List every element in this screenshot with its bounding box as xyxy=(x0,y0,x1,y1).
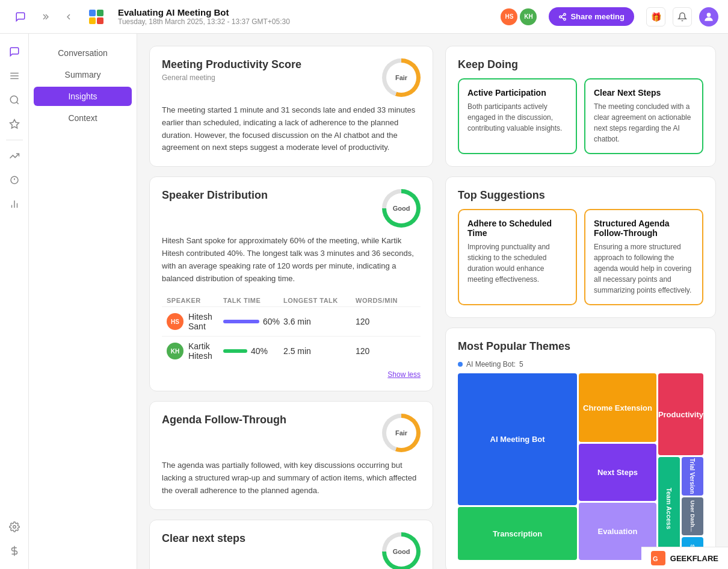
hs-wpm: 120 xyxy=(356,317,416,326)
clear-steps-score-circle: Good xyxy=(382,532,421,569)
treemap-trial[interactable]: Trial Version xyxy=(682,457,703,495)
treemap-productivity[interactable]: Productivity xyxy=(658,373,703,455)
nav-insights[interactable]: Insights xyxy=(34,87,132,106)
agenda-header: Agenda Follow-Through Fair xyxy=(162,414,421,452)
svg-rect-2 xyxy=(97,10,103,16)
productivity-title: Meeting Productivity Score xyxy=(162,58,301,71)
sidebar-icon-dot[interactable] xyxy=(4,169,25,191)
nav-conversation[interactable]: Conversation xyxy=(34,43,132,63)
keep-card-0-title: Active Participation xyxy=(467,88,567,98)
legend-dot xyxy=(458,362,463,367)
meeting-title: Evaluating AI Meeting Bot xyxy=(118,7,493,17)
speaker-kh-name: Kartik Hitesh xyxy=(188,341,223,361)
app-logo xyxy=(87,7,106,26)
user-avatar[interactable] xyxy=(699,7,718,26)
col-longest: LONGEST TALK xyxy=(283,297,356,304)
kh-wpm: 120 xyxy=(356,346,416,356)
speaker-hs-name: Hitesh Sant xyxy=(188,312,223,331)
keep-card-0-desc: Both participants actively engaged in th… xyxy=(467,101,567,134)
participant-avatars: HS KH xyxy=(501,8,537,25)
suggestions-grid: Adhere to Scheduled Time Improving punct… xyxy=(458,209,703,305)
speaker-description: Hitesh Sant spoke for approximately 60% … xyxy=(162,235,421,285)
speaker-table: SPEAKER TALK TIME LONGEST TALK WORDS/MIN… xyxy=(162,294,421,365)
show-less-button[interactable]: Show less xyxy=(162,370,421,379)
speaker-score-circle: Good xyxy=(382,189,421,228)
sidebar-icon-settings[interactable] xyxy=(4,516,25,538)
suggestion-1-title: Structured Agenda Follow-Through xyxy=(594,219,694,238)
hs-longest: 3.6 min xyxy=(283,317,356,326)
productivity-title-group: Meeting Productivity Score General meeti… xyxy=(162,58,301,89)
speaker-table-header: SPEAKER TALK TIME LONGEST TALK WORDS/MIN xyxy=(162,294,421,306)
sidebar-icon-dollar[interactable] xyxy=(4,540,25,562)
speaker-header: Speaker Distribution Good xyxy=(162,189,421,228)
avatar-hs: HS xyxy=(501,8,517,25)
treemap-ai-bot[interactable]: AI Meeting Bot xyxy=(458,373,577,505)
svg-point-23 xyxy=(13,526,16,529)
sidebar-icon-trending[interactable] xyxy=(4,145,25,167)
treemap-user-dash[interactable]: User Dash... xyxy=(682,497,703,535)
hs-pct: 60% xyxy=(263,317,280,326)
hs-progress-bar xyxy=(223,320,259,323)
agenda-score-circle: Fair xyxy=(382,414,421,452)
treemap-legend: AI Meeting Bot: 5 xyxy=(458,360,703,368)
agenda-title: Agenda Follow-Through xyxy=(162,414,286,426)
svg-point-10 xyxy=(707,13,711,17)
right-column: Keep Doing Active Participation Both par… xyxy=(445,46,716,557)
nav-panel: Conversation Summary Insights Context xyxy=(29,34,137,569)
sidebar-icon-list[interactable] xyxy=(4,65,25,87)
speaker-row-kh: KH Kartik Hitesh 40% 2.5 min 120 xyxy=(162,336,421,365)
productivity-subtitle: General meeting xyxy=(162,73,301,82)
productivity-description: The meeting started 1 minute and 31 seco… xyxy=(162,104,421,154)
col-wpm: WORDS/MIN xyxy=(356,297,416,304)
speaker-row-hs: HS Hitesh Sant 60% 3.6 min 120 xyxy=(162,306,421,336)
clear-steps-score-label: Good xyxy=(386,536,416,567)
nav-icons xyxy=(10,6,79,28)
nav-summary[interactable]: Summary xyxy=(34,65,132,84)
speaker-kh-bar: 40% xyxy=(223,346,283,356)
suggestion-card-0: Adhere to Scheduled Time Improving punct… xyxy=(458,209,577,305)
nav-context[interactable]: Context xyxy=(34,108,132,128)
svg-point-6 xyxy=(560,16,562,18)
treemap-right: Productivity Team Access Trial Version U… xyxy=(658,373,703,560)
sidebar-icon-chart[interactable] xyxy=(4,193,25,215)
svg-line-8 xyxy=(561,17,564,18)
gift-icon[interactable]: 🎁 xyxy=(646,7,665,26)
back-icon[interactable] xyxy=(58,6,79,28)
keep-card-1: Clear Next Steps The meeting concluded w… xyxy=(584,78,703,154)
meeting-time: Tuesday, 18th March 2025, 13:32 - 13:37 … xyxy=(118,17,493,26)
topbar: Evaluating AI Meeting Bot Tuesday, 18th … xyxy=(0,0,728,34)
svg-line-15 xyxy=(16,102,18,104)
suggestion-0-title: Adhere to Scheduled Time xyxy=(467,219,567,238)
keep-card-1-desc: The meeting concluded with a clear agree… xyxy=(594,101,694,145)
sidebar-icon-search[interactable] xyxy=(4,89,25,111)
treemap-next-steps[interactable]: Next Steps xyxy=(579,444,656,501)
treemap-team-access[interactable]: Team Access xyxy=(658,457,680,560)
speaker-score-label: Good xyxy=(386,193,416,223)
treemap-middle: Chrome Extension Next Steps Evaluation xyxy=(579,373,656,560)
sidebar-icon-star[interactable] xyxy=(4,113,25,135)
treemap-chrome[interactable]: Chrome Extension xyxy=(579,373,656,442)
clear-steps-card: Clear next steps Good xyxy=(149,520,433,569)
avatar-kh: KH xyxy=(520,8,537,25)
suggestion-0-desc: Improving punctuality and sticking to th… xyxy=(467,241,567,285)
speaker-hs-bar: 60% xyxy=(223,317,283,326)
treemap-transcription[interactable]: Transcription xyxy=(458,507,577,560)
svg-rect-4 xyxy=(97,17,103,24)
keep-doing-title: Keep Doing xyxy=(458,58,703,71)
productivity-header: Meeting Productivity Score General meeti… xyxy=(162,58,421,97)
col-talk-time: TALK TIME xyxy=(223,297,283,304)
agenda-description: The agenda was partially followed, with … xyxy=(162,459,421,497)
kh-pct: 40% xyxy=(251,346,268,356)
expand-icon[interactable] xyxy=(34,6,55,28)
speaker-kh-dot: KH xyxy=(167,343,184,359)
clear-steps-title: Clear next steps xyxy=(162,532,245,545)
meeting-info: Evaluating AI Meeting Bot Tuesday, 18th … xyxy=(118,7,493,26)
speaker-hs-dot: HS xyxy=(167,313,184,330)
themes-card: Most Popular Themes AI Meeting Bot: 5 AI… xyxy=(445,328,716,569)
share-meeting-button[interactable]: Share meeting xyxy=(549,7,634,26)
chat-nav-icon[interactable] xyxy=(10,6,31,28)
suggestions-card: Top Suggestions Adhere to Scheduled Time… xyxy=(445,176,716,318)
bell-icon[interactable] xyxy=(673,7,692,26)
sidebar-icon-chat[interactable] xyxy=(4,41,25,63)
suggestion-card-1: Structured Agenda Follow-Through Ensurin… xyxy=(584,209,703,305)
